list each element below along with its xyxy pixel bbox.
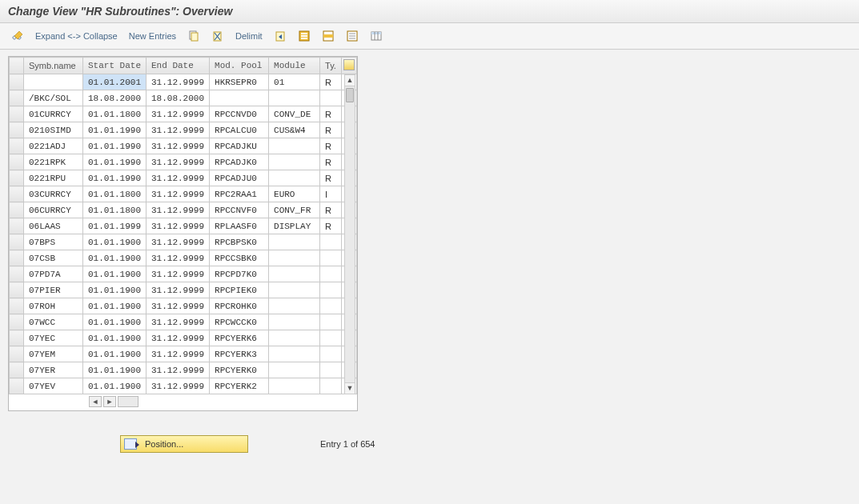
cell-type[interactable]: [320, 298, 342, 314]
col-mod-pool[interactable]: Mod. Pool: [210, 58, 269, 74]
row-selector[interactable]: [10, 186, 24, 202]
row-selector[interactable]: [10, 106, 24, 122]
row-selector[interactable]: [10, 298, 24, 314]
cell-module[interactable]: [269, 346, 320, 362]
row-selector[interactable]: [10, 330, 24, 346]
table-row[interactable]: 0221RPK01.01.199031.12.9999RPCADJK0R: [10, 154, 357, 170]
cell-symb-name[interactable]: 06LAAS: [24, 218, 83, 234]
cell-symb-name[interactable]: 0221RPU: [24, 170, 83, 186]
cell-start-date[interactable]: 01.01.1900: [83, 378, 147, 394]
cell-module[interactable]: [269, 170, 320, 186]
cell-type[interactable]: [320, 346, 342, 362]
cell-start-date[interactable]: 01.01.1900: [83, 314, 147, 330]
col-type[interactable]: Ty.: [320, 58, 342, 74]
horizontal-scrollbar[interactable]: ◄ ►: [9, 394, 357, 410]
table-row[interactable]: 07ROH01.01.190031.12.9999RPCROHK0: [10, 298, 357, 314]
cell-start-date[interactable]: 01.01.1900: [83, 250, 147, 266]
cell-module[interactable]: [269, 90, 320, 106]
expand-collapse-button[interactable]: Expand <-> Collapse: [32, 30, 121, 42]
cell-module[interactable]: [269, 378, 320, 394]
table-row[interactable]: 01CURRCY01.01.180031.12.9999RPCCNVD0CONV…: [10, 106, 357, 122]
row-selector[interactable]: [10, 362, 24, 378]
table-row[interactable]: 06CURRCY01.01.180031.12.9999RPCCNVF0CONV…: [10, 202, 357, 218]
row-selector[interactable]: [10, 90, 24, 106]
cell-mod-pool[interactable]: RPCADJK0: [210, 154, 269, 170]
cell-start-date[interactable]: 01.01.1900: [83, 362, 147, 378]
select-block-button[interactable]: [319, 28, 338, 44]
cell-module[interactable]: [269, 234, 320, 250]
row-selector[interactable]: [10, 234, 24, 250]
cell-type[interactable]: [320, 266, 342, 282]
cell-mod-pool[interactable]: RPCROHK0: [210, 298, 269, 314]
row-selector[interactable]: [10, 378, 24, 394]
cell-type[interactable]: [320, 282, 342, 298]
row-selector[interactable]: [10, 346, 24, 362]
cell-module[interactable]: [269, 314, 320, 330]
cell-module[interactable]: EURO: [269, 186, 320, 202]
cell-symb-name[interactable]: 07CSB: [24, 250, 83, 266]
cell-start-date[interactable]: 01.01.1900: [83, 266, 147, 282]
cell-end-date[interactable]: 31.12.9999: [147, 122, 210, 138]
cell-symb-name[interactable]: 07YEC: [24, 330, 83, 346]
cell-symb-name[interactable]: /BKC/SOL: [24, 90, 83, 106]
cell-start-date[interactable]: 01.01.1990: [83, 154, 147, 170]
table-row[interactable]: 07YER01.01.190031.12.9999RPCYERK0: [10, 362, 357, 378]
table-row[interactable]: 07BPS01.01.190031.12.9999RPCBPSK0: [10, 234, 357, 250]
cell-end-date[interactable]: 31.12.9999: [147, 154, 210, 170]
cell-end-date[interactable]: 31.12.9999: [147, 314, 210, 330]
data-grid[interactable]: Symb.name Start Date End Date Mod. Pool …: [8, 56, 358, 411]
table-row[interactable]: 07YEC01.01.190031.12.9999RPCYERK6: [10, 330, 357, 346]
cell-type[interactable]: [320, 234, 342, 250]
cell-mod-pool[interactable]: RPC2RAA1: [210, 186, 269, 202]
cell-mod-pool[interactable]: RPCADJKU: [210, 138, 269, 154]
cell-type[interactable]: R: [320, 170, 342, 186]
cell-end-date[interactable]: 31.12.9999: [147, 218, 210, 234]
cell-end-date[interactable]: 31.12.9999: [147, 250, 210, 266]
cell-end-date[interactable]: 31.12.9999: [147, 186, 210, 202]
copy-button[interactable]: [184, 28, 203, 44]
table-row[interactable]: 03CURRCY01.01.180031.12.9999RPC2RAA1EURO…: [10, 186, 357, 202]
cell-type[interactable]: R: [320, 138, 342, 154]
cell-symb-name[interactable]: 06CURRCY: [24, 202, 83, 218]
toggle-display-button[interactable]: [8, 28, 27, 44]
cell-mod-pool[interactable]: RPCPD7K0: [210, 266, 269, 282]
cell-mod-pool[interactable]: RPCPIEK0: [210, 282, 269, 298]
delimit-button[interactable]: Delimit: [232, 30, 266, 42]
cell-end-date[interactable]: 31.12.9999: [147, 170, 210, 186]
col-symb-name[interactable]: Symb.name: [24, 58, 83, 74]
cell-end-date[interactable]: 31.12.9999: [147, 378, 210, 394]
cell-start-date[interactable]: 01.01.1999: [83, 218, 147, 234]
cell-module[interactable]: [269, 330, 320, 346]
scroll-right-button[interactable]: ►: [103, 396, 116, 407]
cell-module[interactable]: DISPLAY: [269, 218, 320, 234]
row-selector[interactable]: [10, 250, 24, 266]
cell-symb-name[interactable]: 0221RPK: [24, 154, 83, 170]
cell-type[interactable]: [320, 250, 342, 266]
row-selector[interactable]: [10, 170, 24, 186]
hscroll-track[interactable]: [118, 396, 138, 407]
table-row[interactable]: 06LAAS01.01.199931.12.9999RPLAASF0DISPLA…: [10, 218, 357, 234]
cell-module[interactable]: CUS&W4: [269, 122, 320, 138]
cell-end-date[interactable]: 31.12.9999: [147, 362, 210, 378]
cell-symb-name[interactable]: 07BPS: [24, 234, 83, 250]
cell-end-date[interactable]: 31.12.9999: [147, 282, 210, 298]
cell-type[interactable]: R: [320, 202, 342, 218]
vscroll-thumb[interactable]: [346, 88, 354, 102]
table-row[interactable]: 07YEV01.01.190031.12.9999RPCYERK2: [10, 378, 357, 394]
cell-module[interactable]: CONV_FR: [269, 202, 320, 218]
cell-module[interactable]: [269, 362, 320, 378]
cell-start-date[interactable]: 01.01.1990: [83, 170, 147, 186]
cell-type[interactable]: [320, 90, 342, 106]
cell-mod-pool[interactable]: RPCCNVF0: [210, 202, 269, 218]
undo-button[interactable]: [271, 28, 290, 44]
cell-mod-pool[interactable]: RPCCSBK0: [210, 250, 269, 266]
row-selector[interactable]: [10, 122, 24, 138]
select-all-button[interactable]: [295, 28, 314, 44]
cell-mod-pool[interactable]: RPCYERK6: [210, 330, 269, 346]
cell-type[interactable]: R: [320, 218, 342, 234]
cell-symb-name[interactable]: 07WCC: [24, 314, 83, 330]
row-selector[interactable]: [10, 314, 24, 330]
cell-symb-name[interactable]: 07PD7A: [24, 266, 83, 282]
row-selector[interactable]: [10, 218, 24, 234]
cell-end-date[interactable]: 31.12.9999: [147, 234, 210, 250]
